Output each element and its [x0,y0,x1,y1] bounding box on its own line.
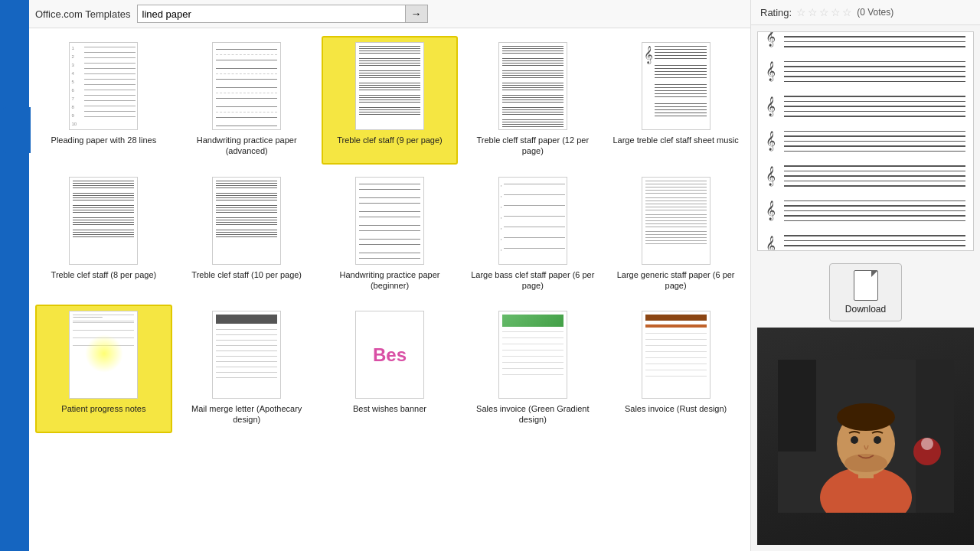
staff-line [784,145,965,147]
webcam-svg [778,360,954,513]
staff-line [784,111,965,112]
staff-lines [784,131,965,152]
template-label-best-wishes: Best wishes banner [353,403,426,414]
template-item-large-treble[interactable]: 𝄞Large treble clef staff sheet music [607,36,744,165]
download-button[interactable]: Download [829,263,902,321]
svg-rect-8 [778,360,816,452]
star-4[interactable]: ☆ [831,6,841,18]
preview-clef-symbol: 𝄞 [766,96,781,116]
template-label-large-treble: Large treble clef staff sheet music [612,135,738,145]
template-item-patient-notes[interactable]: ─────────Patient progress notes [35,305,172,433]
staff-lines [784,235,965,251]
staff-line [784,215,965,217]
template-item-sales-rust[interactable]: Sales invoice (Rust design) [607,305,744,433]
star-5[interactable]: ☆ [842,6,852,18]
preview-area: 𝄞𝄞𝄞𝄞𝄞𝄞𝄞𝄞𝄞 [757,31,974,251]
template-item-treble-10[interactable]: Treble clef staff (10 per page) [178,171,315,299]
template-item-treble-9[interactable]: Treble clef staff (9 per page) [322,36,459,165]
svg-point-6 [874,436,881,444]
search-input[interactable] [138,6,405,22]
star-3[interactable]: ☆ [819,6,829,18]
preview-staff-row: 𝄞 [766,96,965,117]
template-label-mail-merge: Mail merge letter (Apothecary design) [183,403,311,425]
template-item-pleading-28[interactable]: 1234567891011121314Pleading paper with 2… [35,36,172,165]
svg-rect-9 [916,360,954,513]
star-2[interactable]: ☆ [808,6,818,18]
preview-clef-symbol: 𝄞 [766,131,781,151]
staff-line [784,101,965,103]
staff-line [784,235,965,236]
template-label-patient-notes: Patient progress notes [61,403,145,414]
template-item-treble-8[interactable]: Treble clef staff (8 per page) [35,171,172,299]
staff-line [784,240,965,242]
staff-lines [784,31,965,47]
preview-staff-row: 𝄞 [766,61,965,83]
left-sidebar [0,0,29,551]
template-label-treble-cleff-12: Treble cleff staff paper (12 per page) [469,135,596,157]
staff-line [784,66,965,67]
staff-line [784,31,965,32]
staff-line [784,165,965,167]
template-item-sales-green[interactable]: Sales invoice (Green Gradient design) [464,305,601,433]
template-label-treble-8: Treble clef staff (8 per page) [51,269,157,280]
template-label-pleading-28: Pleading paper with 28 lines [51,135,157,145]
staff-lines [784,61,965,83]
staff-line [784,175,965,177]
staff-line [784,250,965,251]
header-title: Office.com Templates [35,8,131,20]
staff-line [784,185,965,187]
search-button[interactable]: → [405,5,427,22]
preview-staff-row: 𝄞 [766,235,965,251]
template-item-handwriting-advanced[interactable]: Handwriting practice paper (advanced) [178,36,315,165]
staff-line [784,116,965,117]
preview-clef-symbol: 𝄞 [766,61,781,81]
document-icon [854,270,878,301]
staff-lines [784,96,965,117]
staff-line [784,210,965,212]
staff-lines [784,165,965,187]
search-box: → [137,5,428,23]
staff-line [784,205,965,207]
staff-line [784,96,965,97]
star-1[interactable]: ☆ [796,6,806,18]
staff-line [784,151,965,152]
preview-staff-row: 𝄞 [766,201,965,222]
preview-staff-row: 𝄞 [766,31,965,47]
staff-line [784,41,965,43]
svg-point-11 [921,438,933,450]
staff-line [784,171,965,172]
preview-staff: 𝄞𝄞𝄞𝄞𝄞𝄞𝄞𝄞𝄞 [758,31,973,251]
svg-point-5 [851,436,858,444]
template-item-mail-merge[interactable]: Mail merge letter (Apothecary design) [178,305,315,433]
rating-label: Rating: [760,7,792,18]
preview-clef-symbol: 𝄞 [766,166,781,186]
templates-scroll[interactable]: 1234567891011121314Pleading paper with 2… [29,28,750,551]
sidebar-tab[interactable] [3,107,31,153]
template-label-treble-9: Treble clef staff (9 per page) [337,135,443,145]
template-label-handwriting-beginner: Handwriting practice paper (beginner) [326,269,454,292]
preview-staff-row: 𝄞 [766,165,965,187]
staff-line [784,106,965,107]
template-label-large-generic: Large generic staff paper (6 per page) [612,269,740,292]
template-label-sales-green: Sales invoice (Green Gradient design) [469,403,596,425]
staff-line [784,245,965,246]
template-item-handwriting-beginner[interactable]: Handwriting practice paper (beginner) [322,171,459,299]
webcam-area [757,328,974,546]
votes-label: (0 Votes) [857,7,893,18]
template-item-large-bass[interactable]: ‚‚‚‚‚‚‚Large bass clef staff paper (6 pe… [464,171,601,299]
download-section: Download [751,257,980,328]
template-label-treble-10: Treble clef staff (10 per page) [191,269,302,280]
right-panel: Rating: ☆ ☆ ☆ ☆ ☆ (0 Votes) 𝄞𝄞𝄞𝄞𝄞𝄞𝄞𝄞𝄞 Do… [750,0,980,551]
templates-grid: 1234567891011121314Pleading paper with 2… [35,36,744,433]
header-bar: Office.com Templates → [29,0,750,28]
staff-line [784,141,965,142]
template-item-treble-cleff-12[interactable]: Treble cleff staff paper (12 per page) [464,36,601,165]
staff-line [784,76,965,77]
staff-line [784,181,965,182]
template-label-handwriting-advanced: Handwriting practice paper (advanced) [183,135,311,157]
preview-clef-symbol: 𝄞 [766,31,781,47]
staff-line [784,61,965,63]
template-item-best-wishes[interactable]: BesBest wishes banner [322,305,459,433]
template-item-large-generic[interactable]: Large generic staff paper (6 per page) [607,171,744,299]
svg-point-7 [844,454,887,472]
